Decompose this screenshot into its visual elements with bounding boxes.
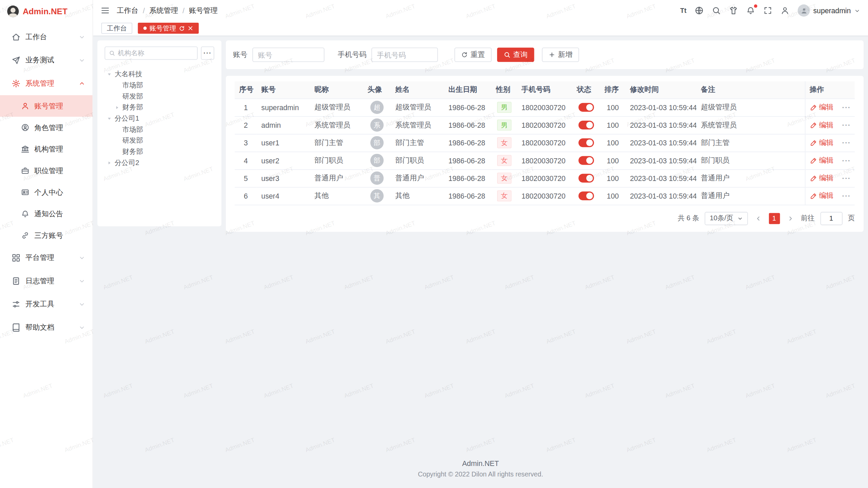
user-menu[interactable]: superadmin xyxy=(798,4,860,17)
tab-label: 账号管理 xyxy=(150,23,176,33)
tree-node[interactable]: 市场部 xyxy=(105,124,214,135)
table-header-row: 序号 账号 昵称 头像 姓名 出生日期 性别 手机号码 状态 排序 xyxy=(235,81,855,99)
sidebar-item-platform[interactable]: 平台管理 xyxy=(0,246,93,270)
chevron-down-icon xyxy=(79,255,85,261)
theme-icon[interactable] xyxy=(729,6,738,15)
tree-node[interactable]: 财务部 xyxy=(105,102,214,113)
sidebar-item-label: 开发工具 xyxy=(25,299,79,309)
tab-account-mgmt[interactable]: 账号管理 xyxy=(138,23,199,34)
sidebar-item-org-mgmt[interactable]: 机构管理 xyxy=(0,138,93,160)
col-status: 状态 xyxy=(572,81,600,99)
profile-icon[interactable] xyxy=(781,6,789,15)
current-page-button[interactable]: 1 xyxy=(769,213,780,224)
org-search-box xyxy=(105,46,198,60)
tree-node[interactable]: 研发部 xyxy=(105,135,214,146)
sidebar-item-position-mgmt[interactable]: 职位管理 xyxy=(0,160,93,182)
cell-index: 6 xyxy=(235,187,257,205)
edit-button[interactable]: 编辑 xyxy=(810,102,833,112)
sidebar-item-profile-center[interactable]: 个人中心 xyxy=(0,182,93,203)
reset-button[interactable]: 重置 xyxy=(454,47,491,62)
org-search-input[interactable] xyxy=(118,49,193,57)
sidebar-item-account-mgmt[interactable]: 账号管理 xyxy=(0,95,93,117)
sidebar-item-workbench[interactable]: 工作台 xyxy=(0,25,93,49)
phone-input[interactable] xyxy=(372,47,438,62)
cell-index: 2 xyxy=(235,116,257,134)
sidebar-item-third-party[interactable]: 三方账号 xyxy=(0,225,93,246)
next-page-button[interactable] xyxy=(785,212,795,224)
cell-birthday: 1986-06-28 xyxy=(444,99,491,116)
tree-node[interactable]: 研发部 xyxy=(105,91,214,102)
close-icon[interactable] xyxy=(188,25,193,31)
caret-right-icon[interactable] xyxy=(114,104,120,111)
add-button[interactable]: 新增 xyxy=(542,47,579,62)
breadcrumb-item[interactable]: 系统管理 xyxy=(149,5,178,15)
prev-page-button[interactable] xyxy=(753,212,763,224)
caret-right-icon[interactable] xyxy=(106,159,113,166)
cell-phone: 18020030720 xyxy=(517,134,572,151)
tree-node[interactable]: 市场部 xyxy=(105,80,214,91)
sidebar-item-business-test[interactable]: 业务测试 xyxy=(0,49,93,72)
sidebar-item-notice[interactable]: 通知公告 xyxy=(0,203,93,225)
status-toggle[interactable] xyxy=(578,191,594,200)
more-actions-button[interactable]: ··· xyxy=(842,174,851,182)
more-actions-button[interactable]: ··· xyxy=(842,121,851,129)
sidebar-item-logs[interactable]: 日志管理 xyxy=(0,269,93,293)
user-icon xyxy=(21,102,29,110)
right-column: 账号 手机号码 重置 查询 xyxy=(226,40,864,231)
tree-node[interactable]: 大名科技 xyxy=(105,68,214,80)
page-size-select[interactable]: 10条/页 xyxy=(705,211,748,225)
font-size-icon[interactable]: Tt xyxy=(680,7,686,15)
sidebar-item-label: 平台管理 xyxy=(25,253,79,263)
edit-button[interactable]: 编辑 xyxy=(810,156,833,165)
edit-button[interactable]: 编辑 xyxy=(810,191,833,201)
notification-icon[interactable] xyxy=(746,6,755,15)
tree-node[interactable]: 财务部 xyxy=(105,146,214,157)
account-input[interactable] xyxy=(252,47,324,62)
more-actions-button[interactable]: ··· xyxy=(842,139,851,147)
more-actions-button[interactable]: ··· xyxy=(842,156,851,164)
edit-button[interactable]: 编辑 xyxy=(810,173,833,183)
content-row: ··· 大名科技 市场部 研发部 xyxy=(97,40,864,231)
sidebar-item-label: 帮助文档 xyxy=(25,323,79,332)
status-toggle[interactable] xyxy=(578,156,594,165)
org-more-button[interactable]: ··· xyxy=(201,46,214,60)
search-icon xyxy=(504,52,511,58)
sidebar-item-devtools[interactable]: 开发工具 xyxy=(0,293,93,316)
edit-button[interactable]: 编辑 xyxy=(810,138,833,148)
tab-workbench[interactable]: 工作台 xyxy=(101,23,132,34)
cell-remark: 部门职员 xyxy=(696,151,805,169)
hamburger-menu-icon[interactable] xyxy=(101,6,110,15)
caret-down-icon[interactable] xyxy=(106,115,113,122)
sidebar-item-system[interactable]: 系统管理 xyxy=(0,72,93,95)
sidebar-item-label: 业务测试 xyxy=(25,55,79,65)
language-icon[interactable] xyxy=(695,6,704,15)
status-toggle[interactable] xyxy=(578,139,594,147)
phone-label: 手机号码 xyxy=(338,50,367,60)
col-remark: 备注 xyxy=(696,81,805,99)
col-account: 账号 xyxy=(257,81,310,99)
status-toggle[interactable] xyxy=(578,121,594,129)
edit-button[interactable]: 编辑 xyxy=(810,120,833,130)
cell-name: 普通用户 xyxy=(391,169,444,187)
chevron-down-icon xyxy=(79,57,85,64)
caret-down-icon[interactable] xyxy=(106,71,113,78)
tree-node[interactable]: 分公司2 xyxy=(105,157,214,168)
breadcrumb-item[interactable]: 工作台 xyxy=(117,5,138,15)
role-icon xyxy=(21,123,29,131)
more-actions-button[interactable]: ··· xyxy=(842,103,851,111)
refresh-icon[interactable] xyxy=(179,25,185,31)
search-button[interactable]: 查询 xyxy=(497,47,534,62)
cell-name: 部门职员 xyxy=(391,151,444,169)
status-toggle[interactable] xyxy=(578,103,594,112)
sidebar-item-help-docs[interactable]: 帮助文档 xyxy=(0,316,93,339)
goto-page-input[interactable] xyxy=(820,211,842,225)
fullscreen-icon[interactable] xyxy=(764,6,772,15)
edit-icon xyxy=(810,104,817,111)
tree-node[interactable]: 分公司1 xyxy=(105,113,214,124)
sidebar-item-role-mgmt[interactable]: 角色管理 xyxy=(0,117,93,138)
org-tree-panel: ··· 大名科技 市场部 研发部 xyxy=(97,40,221,226)
status-toggle[interactable] xyxy=(578,174,594,183)
avatar xyxy=(798,4,810,17)
more-actions-button[interactable]: ··· xyxy=(842,192,851,200)
search-icon[interactable] xyxy=(712,6,721,15)
